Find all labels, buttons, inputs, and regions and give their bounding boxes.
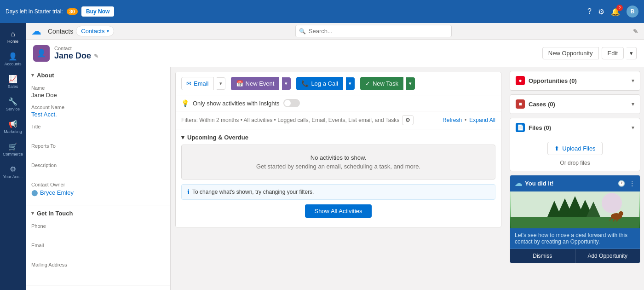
log-call-dropdown-button[interactable]: ▾ (346, 77, 355, 90)
files-title: Files (0) (529, 124, 551, 131)
upload-files-button[interactable]: ⬆ Upload Files (547, 142, 602, 155)
dismiss-button[interactable]: Dismiss (510, 249, 575, 263)
opportunities-header[interactable]: ● Opportunities (0) ▾ (510, 71, 640, 90)
search-input[interactable] (295, 25, 452, 37)
record-header-left: 👤 Contact Jane Doe ✎ (33, 45, 98, 62)
new-task-button[interactable]: ✓ New Task (360, 77, 403, 90)
cases-header[interactable]: ■ Cases (0) ▾ (510, 95, 640, 114)
cases-chevron-icon: ▾ (632, 101, 634, 107)
settings-icon[interactable]: ⚙ (598, 7, 604, 16)
about-section-header[interactable]: ▾ About (26, 67, 170, 83)
history-section: ▾ History Created By (26, 285, 170, 290)
top-navigation: Days left in Starter trial: 30 Buy Now ?… (0, 0, 644, 23)
new-task-dropdown-button[interactable]: ▾ (406, 77, 415, 90)
insights-label: Only show activities with insights (193, 100, 280, 107)
filters-text: Filters: Within 2 months • All activitie… (181, 117, 399, 123)
activity-card: ✉ Email ▾ 📅 New Event ▾ 📞 Log a Call (175, 72, 501, 227)
email-button[interactable]: ✉ Email (181, 77, 214, 90)
new-task-label: New Task (373, 80, 398, 87)
edit-button[interactable]: Edit (602, 47, 624, 59)
top-nav-icons: ? ⚙ 🔔 2 B (587, 6, 638, 17)
new-opportunity-button[interactable]: New Opportunity (542, 47, 599, 59)
search-bar: 🔍 (117, 25, 630, 37)
field-value-owner-text[interactable]: Bryce Emley (40, 189, 74, 196)
contact-record-icon: 👤 (33, 45, 50, 62)
field-label-reports-to: Reports To (31, 143, 165, 149)
field-value-owner: ⬤ Bryce Emley (31, 188, 165, 197)
upload-files-label: Upload Files (562, 145, 595, 152)
field-value-account[interactable]: Test Acct. (31, 111, 165, 119)
sidebar-item-sales[interactable]: 📈 Sales (0, 71, 26, 93)
contacts-tab[interactable]: Contacts ▾ (76, 26, 114, 36)
sidebar-item-home-label: Home (7, 39, 18, 44)
svg-point-1 (602, 193, 622, 213)
sidebar-item-service[interactable]: 🔧 Service (0, 93, 26, 115)
log-call-button[interactable]: 📞 Log a Call (296, 77, 343, 90)
home-icon: ⌂ (11, 30, 15, 38)
email-icon: ✉ (186, 80, 191, 87)
pencil-edit-icon[interactable]: ✎ (633, 28, 638, 35)
sidebar-item-commerce[interactable]: 🛒 Commerce (0, 139, 26, 160)
about-section-fields: Name Jane Doe ✎ Account Name Test Acct. … (26, 83, 170, 205)
record-name: Jane Doe ✎ (54, 51, 98, 61)
about-section-title: About (37, 72, 54, 79)
service-icon: 🔧 (8, 97, 17, 106)
get-in-touch-header[interactable]: ▾ Get in Touch (26, 205, 170, 221)
sidebar-item-accounts[interactable]: 👤 Accounts (0, 48, 26, 70)
event-icon: 📅 (236, 80, 243, 87)
tab-bar: ☁ Contacts Contacts ▾ 🔍 ✎ (26, 23, 644, 40)
record-header: 👤 Contact Jane Doe ✎ New Opportunity Edi… (26, 40, 644, 67)
sidebar-item-marketing[interactable]: 📢 Marketing (0, 116, 26, 138)
field-row-reports-to: Reports To ✎ (31, 143, 165, 158)
files-header[interactable]: 📄 Files (0) ▾ (510, 118, 640, 137)
field-row-account: Account Name Test Acct. ✎ (31, 104, 165, 119)
expand-all-link[interactable]: Expand All (469, 117, 495, 123)
field-row-email: Email ✎ (31, 243, 165, 257)
sidebar-item-home[interactable]: ⌂ Home (0, 26, 26, 47)
get-in-touch-section: ▾ Get in Touch Phone ✎ Email ✎ (26, 205, 170, 285)
help-icon[interactable]: ? (587, 7, 592, 16)
notifications-icon[interactable]: 🔔 2 (611, 7, 620, 16)
about-chevron-icon: ▾ (31, 72, 34, 78)
get-in-touch-fields: Phone ✎ Email ✎ Mailing Address ✎ (26, 221, 170, 285)
new-event-dropdown-button[interactable]: ▾ (282, 77, 291, 90)
sidebar-item-service-label: Service (6, 107, 20, 111)
middle-panel: ✉ Email ▾ 📅 New Event ▾ 📞 Log a Call (171, 67, 506, 290)
field-label-account: Account Name (31, 104, 165, 110)
buy-now-button[interactable]: Buy Now (81, 6, 114, 17)
refresh-link[interactable]: Refresh (443, 117, 462, 123)
sidebar: ⌂ Home 👤 Accounts 📈 Sales 🔧 Service 📢 Ma… (0, 23, 26, 290)
insights-toggle[interactable] (283, 99, 300, 107)
email-dropdown-button[interactable]: ▾ (217, 77, 225, 90)
email-label: Email (194, 80, 209, 87)
field-label-mailing: Mailing Address (31, 262, 165, 267)
opportunities-section: ● Opportunities (0) ▾ (510, 71, 640, 91)
record-name-edit-icon[interactable]: ✎ (94, 53, 98, 59)
you-did-it-header: ☁ You did it! 🕐 ⋮ (510, 175, 640, 191)
history-section-header[interactable]: ▾ History (26, 285, 170, 290)
upcoming-header[interactable]: ▾ Upcoming & Overdue (181, 134, 495, 141)
log-call-label: Log a Call (311, 80, 338, 87)
new-event-button[interactable]: 📅 New Event (231, 77, 280, 90)
you-did-it-actions: Dismiss Add Opportunity (510, 249, 640, 263)
show-all-activities-button[interactable]: Show All Activities (305, 204, 371, 218)
filter-settings-button[interactable]: ⚙ (402, 115, 414, 125)
more-options-icon[interactable]: ⋮ (629, 180, 635, 187)
files-chevron-icon: ▾ (632, 125, 634, 131)
field-row-owner: Contact Owner ⬤ Bryce Emley 👤 (31, 182, 165, 197)
field-label-name: Name (31, 85, 165, 91)
opportunities-chevron-icon: ▾ (632, 78, 634, 84)
edit-dropdown-button[interactable]: ▾ (627, 47, 637, 59)
upload-icon: ⬆ (554, 145, 559, 152)
you-did-it-title: You did it! (525, 180, 554, 187)
user-avatar[interactable]: B (627, 6, 638, 17)
add-opportunity-button[interactable]: Add Opportunity (575, 249, 640, 263)
insights-toggle-row: 💡 Only show activities with insights (176, 95, 501, 111)
sidebar-item-youraccount-label: Your Acc... (3, 174, 23, 179)
field-value-phone (31, 230, 165, 238)
field-label-email: Email (31, 243, 165, 248)
app-layout: ⌂ Home 👤 Accounts 📈 Sales 🔧 Service 📢 Ma… (0, 23, 644, 290)
field-value-description (31, 169, 165, 177)
notification-count: 2 (616, 5, 623, 11)
sidebar-item-youraccount[interactable]: ⚙ Your Acc... (0, 161, 26, 183)
